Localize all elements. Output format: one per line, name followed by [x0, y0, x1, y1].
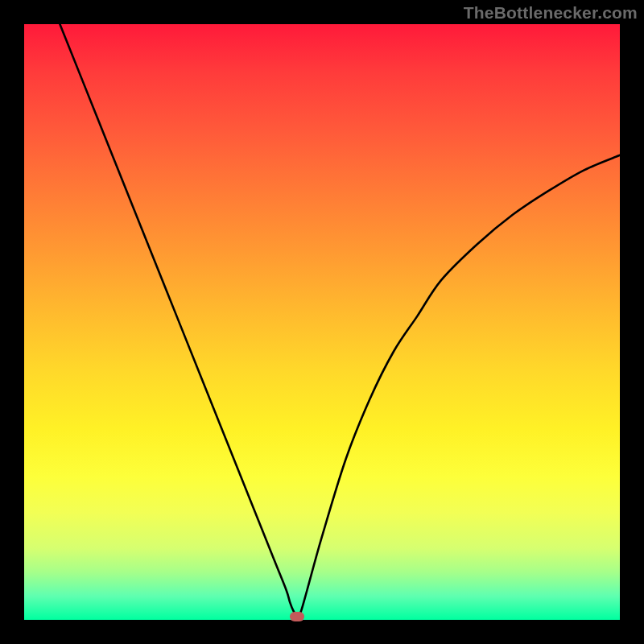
watermark-text: TheBottlenecker.com: [464, 3, 638, 23]
chart-frame: TheBottlenecker.com: [0, 0, 644, 644]
bottleneck-curve: [60, 24, 620, 617]
plot-area: [24, 24, 620, 620]
curve-svg: [24, 24, 620, 620]
optimum-marker: [290, 612, 304, 621]
